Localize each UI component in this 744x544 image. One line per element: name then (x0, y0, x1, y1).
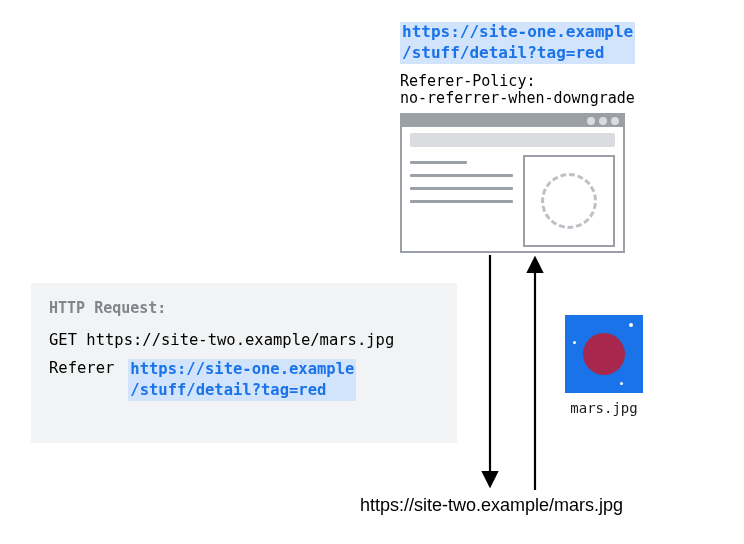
planet-icon (583, 333, 625, 375)
window-control-dot (611, 117, 619, 125)
window-control-dot (599, 117, 607, 125)
browser-titlebar (402, 115, 623, 127)
page-url-highlight: https://site-one.example /stuff/detail?t… (400, 22, 635, 64)
request-referer-line: Referer https://site-one.example /stuff/… (49, 359, 439, 401)
request-get-line: GET https://site-two.example/mars.jpg (49, 331, 439, 349)
referer-url-line1: https://site-one.example (130, 360, 354, 378)
image-placeholder-circle (541, 173, 597, 229)
request-title: HTTP Request: (49, 299, 439, 317)
text-line (410, 187, 513, 190)
star-icon (573, 341, 576, 344)
http-request-box: HTTP Request: GET https://site-two.examp… (31, 283, 457, 443)
page-text-placeholder (410, 155, 513, 241)
star-icon (620, 382, 623, 385)
text-line (410, 161, 467, 164)
image-slot (523, 155, 615, 247)
browser-content (402, 155, 623, 249)
mars-image-label: mars.jpg (565, 400, 643, 416)
browser-address-bar (410, 133, 615, 147)
browser-window (400, 113, 625, 253)
page-url-line1: https://site-one.example (402, 22, 633, 41)
text-line (410, 174, 513, 177)
referer-policy-text: Referer-Policy: no-referrer-when-downgra… (400, 73, 635, 108)
star-icon (629, 323, 633, 327)
policy-value: no-referrer-when-downgrade (400, 90, 635, 107)
referer-url-line2: /stuff/detail?tag=red (130, 381, 326, 399)
text-line (410, 200, 513, 203)
referer-url-highlight: https://site-one.example /stuff/detail?t… (128, 359, 356, 401)
window-control-dot (587, 117, 595, 125)
page-url-line2: /stuff/detail?tag=red (402, 43, 604, 62)
policy-header: Referer-Policy: (400, 73, 635, 90)
resource-url: https://site-two.example/mars.jpg (360, 495, 623, 516)
referer-label: Referer (49, 359, 114, 377)
mars-image (565, 315, 643, 393)
